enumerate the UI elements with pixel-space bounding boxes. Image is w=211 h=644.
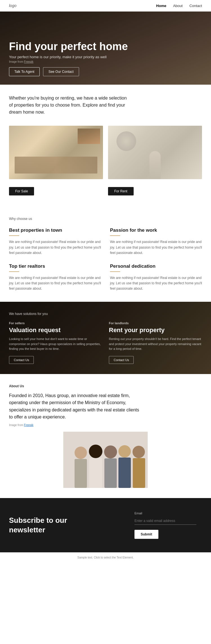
why-section: Why choose us Best properties in town We… [0, 207, 211, 301]
hero-credit: Image from Freepik [9, 60, 211, 63]
newsletter-form: Email Submit [134, 512, 202, 539]
navigation: logo Home About Contact [0, 0, 211, 12]
why-title-2: Top tier realtors [9, 264, 101, 269]
svg-rect-2 [75, 459, 87, 488]
property-image-sale [9, 126, 103, 179]
nav-links: Home About Contact [156, 4, 202, 8]
why-desc-2: We are nothing if not passionate! Real e… [9, 275, 101, 292]
property-section: For Sale For Rent [0, 126, 211, 207]
contact-us-sellers-button[interactable]: Contact Us [9, 356, 34, 364]
property-grid: For Sale For Rent [9, 126, 202, 195]
why-title-0: Best properties in town [9, 228, 101, 233]
solution-sellers: For sellers Valuation request Looking to… [9, 321, 102, 364]
nav-about[interactable]: About [173, 4, 183, 8]
svg-rect-4 [89, 458, 102, 488]
about-label: About Us [9, 384, 202, 388]
why-divider-0 [9, 235, 19, 236]
for-rent-button[interactable]: For Rent [108, 187, 134, 195]
why-item-2: Top tier realtors We are nothing if not … [9, 264, 101, 292]
solution-desc-1: Renting out your property shouldn't be h… [109, 337, 202, 352]
solution-landlords: For landlords Rent your property Renting… [109, 321, 202, 364]
solution-title-0: Valuation request [9, 326, 102, 334]
why-divider-2 [9, 271, 19, 272]
team-image [63, 432, 148, 488]
intro-section: Whether you're buying or renting, we hav… [0, 85, 211, 126]
why-divider-1 [110, 235, 120, 236]
why-desc-1: We are nothing if not passionate! Real e… [110, 239, 202, 256]
intro-text: Whether you're buying or renting, we hav… [9, 95, 127, 116]
talk-agent-button[interactable]: Talk To Agent [9, 67, 40, 76]
svg-point-3 [89, 445, 102, 458]
nav-home[interactable]: Home [156, 4, 166, 8]
team-image-container [9, 432, 202, 488]
hero-section: Find your perfect home Your perfect home… [0, 12, 211, 85]
why-desc-0: We are nothing if not passionate! Real e… [9, 239, 101, 256]
see-contact-button[interactable]: See Our Contact [43, 67, 79, 76]
solution-tag-0: For sellers [9, 321, 102, 325]
solution-desc-0: Looking to sell your home but don't want… [9, 337, 102, 352]
svg-rect-10 [133, 458, 145, 488]
submit-button[interactable]: Submit [134, 530, 158, 539]
solutions-section: We have solutions for you For sellers Va… [0, 302, 211, 374]
solution-title-1: Rent your property [109, 326, 202, 334]
hero-title: Find your perfect home [9, 41, 211, 53]
why-grid: Best properties in town We are nothing i… [9, 228, 202, 291]
why-divider-3 [110, 271, 120, 272]
why-item-3: Personal dedication We are nothing if no… [110, 264, 202, 292]
email-input[interactable] [134, 517, 196, 525]
newsletter-section: Subscribe to our newsletter Email Submit [0, 498, 211, 552]
solutions-content: We have solutions for you For sellers Va… [9, 312, 202, 364]
solutions-grid: For sellers Valuation request Looking to… [9, 321, 202, 364]
footer-note: Sample text. Click to select the Text El… [0, 552, 211, 562]
nav-contact[interactable]: Contact [189, 4, 202, 8]
hero-buttons: Talk To Agent See Our Contact [9, 67, 211, 76]
why-label: Why choose us [9, 217, 202, 221]
about-section: About Us Founded in 2010, Haus group, an… [0, 374, 211, 498]
svg-rect-8 [118, 458, 131, 488]
property-card-sale: For Sale [9, 126, 103, 195]
property-image-rent [108, 126, 202, 179]
hero-subtitle: Your perfect home is our priority, make … [9, 55, 211, 59]
newsletter-title: Subscribe to our newsletter [9, 516, 71, 535]
team-svg [63, 432, 148, 488]
why-desc-3: We are nothing if not passionate! Real e… [110, 275, 202, 292]
property-card-rent: For Rent [108, 126, 202, 195]
svg-point-9 [133, 446, 145, 458]
svg-point-7 [118, 445, 131, 458]
for-sale-button[interactable]: For Sale [9, 187, 34, 195]
about-credit: Image from Freepik [9, 424, 202, 427]
why-item-0: Best properties in town We are nothing i… [9, 228, 101, 256]
why-item-1: Passion for the work We are nothing if n… [110, 228, 202, 256]
svg-point-5 [104, 445, 117, 458]
svg-point-1 [75, 447, 87, 459]
solutions-label: We have solutions for you [9, 312, 202, 316]
contact-us-landlords-button[interactable]: Contact Us [109, 356, 134, 364]
logo: logo [9, 3, 16, 8]
why-title-1: Passion for the work [110, 228, 202, 233]
about-text: Founded in 2010, Haus group, an innovati… [9, 392, 144, 421]
why-title-3: Personal dedication [110, 264, 202, 269]
email-label: Email [134, 512, 202, 515]
solution-tag-1: For landlords [109, 321, 202, 325]
svg-rect-6 [104, 458, 117, 488]
